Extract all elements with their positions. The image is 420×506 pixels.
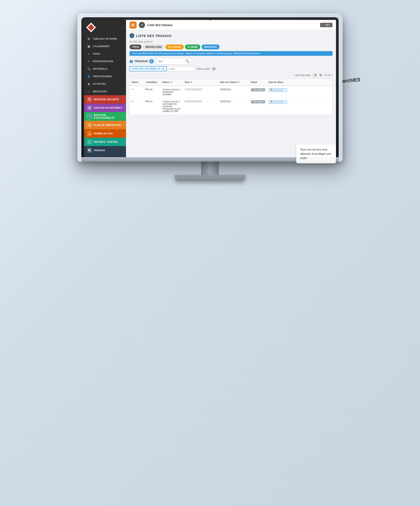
- dashboard-icon: ⊞: [87, 37, 91, 40]
- grid-button[interactable]: [129, 21, 137, 29]
- td-identifiant: TRA-25: [143, 87, 161, 92]
- search-input[interactable]: [158, 60, 185, 63]
- date-creation-text: 02/05/2023: [220, 100, 231, 103]
- td-sites: [183, 99, 218, 103]
- td-sites: [183, 87, 218, 91]
- chevron-right-icon: ›: [122, 68, 123, 70]
- filter-en-cours[interactable]: EN COURS: [166, 45, 184, 49]
- sidebar-item-messages[interactable]: ⋯ MESSAGES: [84, 88, 126, 95]
- filter-brouillons[interactable]: BROUILLONS: [143, 45, 164, 49]
- filtre-input[interactable]: [168, 67, 195, 71]
- materiels-icon: 🔧: [87, 67, 91, 71]
- pagination-row: Lignes par page 25 50 100 1-2 de 2: [129, 73, 332, 77]
- status-badge: ✏ Brouillon: [251, 88, 265, 91]
- sidebar-item-entrees-sorties[interactable]: ↔ ENTRÉES / SORTIES ›: [84, 138, 126, 146]
- date-debut-badge: 📅 01/05/2023: [269, 88, 287, 92]
- sidebar: ‹ ⊞ TABLEAU DE BORD ▦ CALENDRIER ≡ SITES: [84, 20, 126, 157]
- pencil-icon: ✏: [252, 89, 254, 91]
- info-banner: Pour consulter la liste des sites associ…: [129, 51, 332, 56]
- main-content: + Liste des travaux ← RET 👥 LISTE DES TR: [126, 20, 336, 157]
- scene: ‹ ⊞ TABLEAU DE BORD ▦ CALENDRIER ≡ SITES: [77, 13, 343, 181]
- activites-icon: ◆: [87, 82, 91, 86]
- td-statut: ✏ Brouillon: [249, 99, 267, 104]
- filter-buttons: TOUS BROUILLONS EN COURS À VENIR ARCHIVÉ…: [129, 45, 332, 49]
- search-icon: 🔍: [185, 59, 190, 63]
- sidebar-item-label: TABLEAU DE BORD: [93, 37, 117, 40]
- entrees-icon: ↔: [87, 140, 92, 144]
- table-head: Action ↓ Identifiant Nature ▼ Sites ▼ Da…: [130, 79, 332, 86]
- td-action: 👁: [130, 99, 143, 104]
- sidebar-item-prestataires[interactable]: 👤 PRESTATAIRES: [84, 73, 126, 80]
- logo-icon: [86, 23, 96, 32]
- nature-text: Travaux soumis à autorisation de constru…: [162, 100, 180, 113]
- screen: ‹ ⊞ TABLEAU DE BORD ▦ CALENDRIER ≡ SITES: [84, 20, 336, 157]
- interventions-icon: ✓: [87, 60, 91, 63]
- sidebar-item-permis-feu[interactable]: 🔥 PERMIS DE FEU ›: [84, 129, 126, 138]
- sidebar-travaux-active-label: TRAVAUX: [92, 157, 103, 157]
- per-page-select[interactable]: 25 50 100: [312, 73, 323, 77]
- filter-a-venir[interactable]: À VENIR: [185, 45, 200, 49]
- accessibilite-icon: ♿: [87, 114, 92, 119]
- registre-securite-icon: 🛡: [87, 97, 92, 102]
- sidebar-item-travaux[interactable]: 🏗 TRAVAUX: [84, 146, 126, 154]
- sidebar-item-calendrier[interactable]: ▦ CALENDRIER: [84, 42, 126, 50]
- td-nature: Travaux soumis à déclaration préalable: [161, 87, 183, 97]
- sidebar-item-interventions[interactable]: ✓ INTERVENTIONS: [84, 58, 126, 65]
- data-table: Action ↓ Identifiant Nature ▼ Sites ▼ Da…: [129, 79, 332, 115]
- sidebar-colored-label: REGISTRE SÉCURITÉ: [94, 98, 119, 101]
- filters-row: CHOIX DES COLONNES 10 / 10 Filtres actif…: [129, 66, 332, 71]
- inpi-note: Tous nos écrans sont déposés et protégés…: [296, 144, 336, 164]
- nature-text: Travaux soumis à déclaration préalable: [162, 88, 180, 96]
- travaux-icon: 🏗: [87, 148, 92, 153]
- date-creation-text: 03/05/2023: [220, 88, 231, 91]
- travaux-header-row: 👥 TRAVAUX 2 🔍: [129, 58, 332, 64]
- filter-tous[interactable]: TOUS: [129, 45, 142, 49]
- table-row: 👁 TRA-25 Travaux soumis à déclaration pr…: [130, 86, 332, 98]
- monitor: ‹ ⊞ TABLEAU DE BORD ▦ CALENDRIER ≡ SITES: [77, 13, 343, 162]
- travaux-active-icon: 👥: [87, 156, 90, 157]
- th-date-creation: Date de création ▼: [218, 80, 249, 84]
- chevron-right-icon: ›: [123, 98, 124, 101]
- users-icon: 👥: [130, 34, 134, 37]
- filter-label: FILTRE PAR STATUT: [129, 41, 332, 43]
- td-nature: Travaux soumis à autorisation de constru…: [161, 99, 183, 113]
- add-button[interactable]: +: [139, 22, 145, 28]
- sidebar-collapse-btn[interactable]: ‹: [123, 26, 124, 29]
- status-badge: ✏ Brouillon: [251, 100, 265, 103]
- sidebar-item-sites[interactable]: ≡ SITES: [84, 50, 126, 58]
- sidebar-colored-label: ENTRÉES / SORTIES: [94, 140, 118, 143]
- td-date-creation: 02/05/2023: [218, 99, 249, 104]
- th-date-debut: Date de début: [267, 80, 289, 84]
- sidebar-item-materiels[interactable]: 🔧 MATÉRIELS ›: [84, 65, 126, 73]
- td-action: 👁: [130, 87, 143, 92]
- sidebar-colored-label: PERMIS DE FEU: [94, 132, 113, 135]
- identifiant-text: TRA-23: [145, 100, 152, 103]
- sidebar-item-gestion-batiment[interactable]: 🏢 GESTION DU BÂTIMENT ›: [84, 104, 126, 112]
- view-icon[interactable]: 👁: [131, 88, 134, 91]
- prestataires-icon: 👤: [87, 75, 91, 78]
- th-nature: Nature ▼: [161, 80, 183, 84]
- sidebar-item-registre-securite[interactable]: 🛡 REGISTRE SÉCURITÉ ›: [84, 95, 126, 104]
- topbar-right: ← RET: [320, 23, 332, 27]
- chevron-right-icon: ›: [123, 132, 124, 135]
- travaux-icon: 👥: [129, 60, 133, 63]
- filter-archives[interactable]: ARCHIVÉS: [202, 45, 220, 49]
- sidebar-item-tableau-de-bord[interactable]: ⊞ TABLEAU DE BORD: [84, 35, 126, 42]
- sidebar-item-label: ACTIVITÉS: [93, 83, 106, 85]
- page-title: Liste des travaux: [147, 23, 172, 27]
- view-icon[interactable]: 👁: [131, 100, 134, 103]
- sidebar-colored-label: PLAN DE PRÉVENTION: [94, 124, 121, 126]
- choix-colonnes-button[interactable]: CHOIX DES COLONNES 10 / 10: [129, 66, 167, 71]
- inpi-text: Tous nos écrans sont déposés et protégés…: [300, 148, 331, 160]
- sidebar-item-activites[interactable]: ◆ ACTIVITÉS: [84, 80, 126, 88]
- sidebar-item-registre-accessibilite[interactable]: ♿ REGISTRE D'ACCESSIBILITÉ ›: [84, 112, 126, 121]
- retour-button[interactable]: ← RET: [320, 23, 332, 27]
- sidebar-item-plan-prevention[interactable]: ⚠ PLAN DE PRÉVENTION ›: [84, 121, 126, 129]
- monitor-stand-base: [175, 175, 245, 181]
- td-identifiant: TRA-23: [143, 99, 161, 104]
- th-action: Action: [130, 80, 143, 84]
- count-badge: 2: [149, 59, 154, 64]
- sidebar-item-travaux-active[interactable]: 👥 TRAVAUX: [84, 154, 126, 157]
- date-debut-badge: 📅 01/05/2023: [269, 100, 287, 104]
- calendar-icon: ▦: [87, 45, 91, 48]
